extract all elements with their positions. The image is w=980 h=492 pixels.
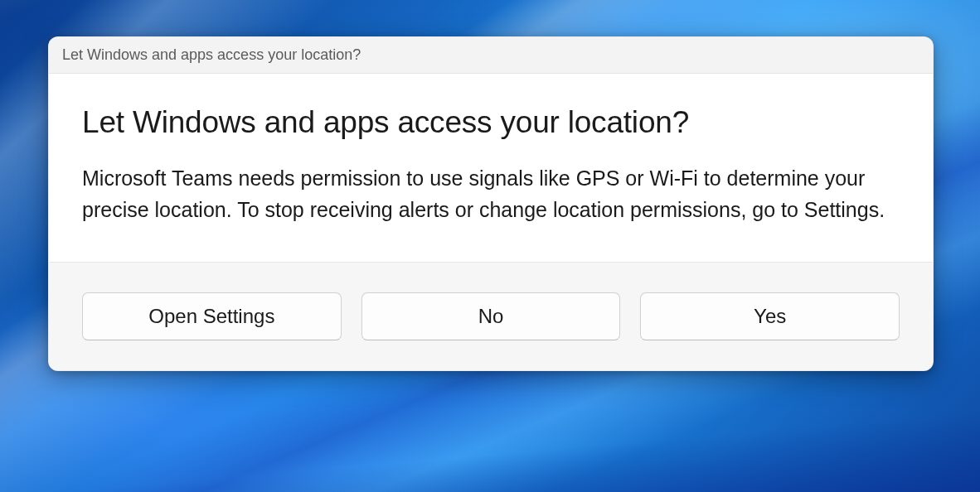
location-permission-dialog: Let Windows and apps access your locatio… — [48, 36, 934, 371]
dialog-titlebar: Let Windows and apps access your locatio… — [49, 37, 933, 74]
open-settings-button[interactable]: Open Settings — [82, 292, 342, 340]
dialog-button-bar: Open Settings No Yes — [49, 262, 933, 370]
dialog-content: Let Windows and apps access your locatio… — [49, 74, 933, 262]
titlebar-text: Let Windows and apps access your locatio… — [62, 46, 919, 64]
no-button[interactable]: No — [361, 292, 621, 340]
yes-button[interactable]: Yes — [640, 292, 900, 340]
dialog-heading: Let Windows and apps access your locatio… — [82, 105, 900, 140]
dialog-body-text: Microsoft Teams needs permission to use … — [82, 163, 900, 225]
